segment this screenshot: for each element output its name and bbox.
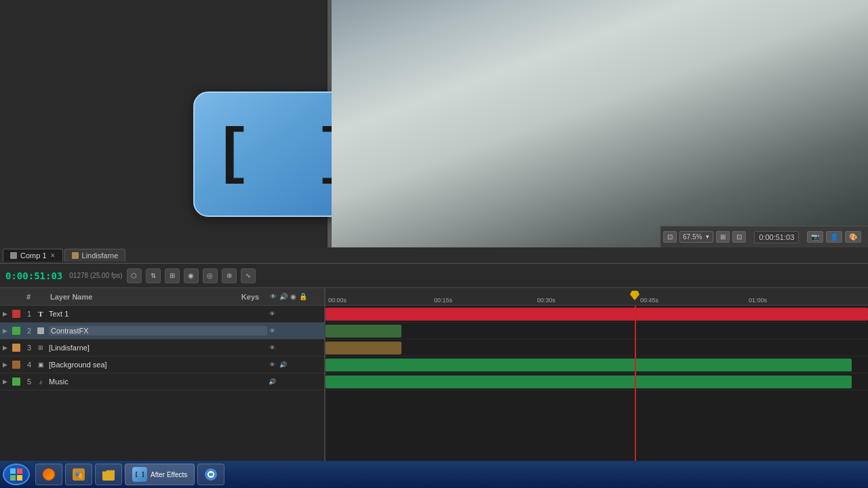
layer-1-type-icon: T [35,308,46,319]
tracker-tool[interactable]: ◎ [203,268,218,283]
timeline-toolbar: 0:00:51:03 01278 (25.00 fps) ⬡ ⇅ ⊞ ◉ ◎ ⊕… [0,264,868,288]
track-row[interactable] [326,357,868,373]
color-btn[interactable]: 🎨 [845,231,861,243]
layer-3-name: [Lindisfarne] [49,344,267,352]
layer-row[interactable]: ▶ 1 T Text 1 👁 [0,306,324,323]
layer-1-eye-icon[interactable]: 👁 [267,309,277,319]
layer-row[interactable]: ▶ 3 ⊞ [Lindisfarne] 👁 [0,340,324,357]
playhead-diamond-icon [630,291,639,300]
3d-box-tool[interactable]: ⬡ [127,268,142,283]
timeline-timecode[interactable]: 0:00:51:03 [5,270,62,281]
track-row[interactable] [326,306,868,323]
svg-rect-3 [17,475,22,481]
taskbar-aftereffects[interactable]: [ ] After Effects [125,464,195,485]
layer-1-expand-icon[interactable]: ▶ [3,310,12,317]
layer-4-expand-icon[interactable]: ▶ [3,361,12,368]
tab-bar: Comp 1 ✕ Lindisfarne [0,247,868,264]
layer-panel: # Layer Name Keys 👁 🔊 ◉ 🔒 ▶ 1 T Text 1 👁 [0,288,326,488]
layer-2-name: ContrastFX [49,326,267,336]
safe-frames-btn[interactable]: ⊞ [716,231,730,243]
time-marker-15: 00:15s [434,297,452,304]
timeline-area: Comp 1 ✕ Lindisfarne 0:00:51:03 01278 (2… [0,247,868,488]
layer-5-color [12,378,20,386]
track-4-bar [326,359,852,371]
ae-taskbar-icon: [ ] [132,467,147,482]
time-marker-30: 00:30s [537,297,555,304]
viewer-fit-btn[interactable]: ⊡ [663,231,677,243]
layer-5-type-icon: ♪ [35,376,46,387]
layer-4-type-icon: ▣ [35,359,46,370]
camera-tool[interactable]: ⊕ [222,268,237,283]
show-snapshot-btn[interactable]: 👤 [826,231,842,243]
tab-comp1[interactable]: Comp 1 ✕ [3,249,63,262]
layer-3-type-icon: ⊞ [35,342,46,353]
col-header-keys: Keys [233,293,267,301]
puppet-tool[interactable]: ⇅ [146,268,161,283]
paint-tool[interactable]: ◉ [184,268,199,283]
layer-2-switches: 👁 [267,326,321,336]
layer-2-type-icon [35,325,46,336]
taskbar: 🎭 [ ] After Effects [0,461,868,488]
col-header-eye: 👁 [270,293,277,300]
layer-3-color [12,344,20,352]
comp1-icon [10,252,17,259]
tab-comp1-close-icon[interactable]: ✕ [50,252,56,259]
snapshot-btn[interactable]: 📷 [807,231,823,243]
time-marker-60: 01:00s [749,297,767,304]
grid-btn[interactable]: ⊡ [732,231,746,243]
tab-comp1-label: Comp 1 [20,251,47,260]
layer-5-audio-icon[interactable]: 🔊 [267,377,277,386]
layer-1-color [12,310,20,318]
start-button[interactable] [3,464,30,485]
grid-tool[interactable]: ⊞ [165,268,180,283]
layer-5-name: Music [49,378,267,386]
track-row[interactable] [326,323,868,340]
layer-row[interactable]: ▶ 5 ♪ Music 🔊 [0,373,324,390]
layer-header: # Layer Name Keys 👁 🔊 ◉ 🔒 [0,288,324,306]
layer-5-num: 5 [23,378,35,386]
taskbar-folder[interactable] [95,464,122,485]
layer-row[interactable]: ▶ 4 ▣ [Background sea] 👁 🔊 [0,357,324,373]
layer-1-switches: 👁 [267,309,321,319]
layer-5-expand-icon[interactable]: ▶ [3,378,12,385]
lindisfarne-icon [72,252,79,259]
taskbar-tool-btn[interactable] [197,464,224,485]
track-3-bar [326,342,401,354]
top-area: [ ] ⊡ 67.5% ▼ ⊞ ⊡ 0:00:51:03 📷 👤 🎨 Full … [0,0,868,247]
layer-2-color [12,327,20,335]
layer-row[interactable]: ▶ 2 ContrastFX 👁 [0,323,324,340]
track-area: 00:00s 00:15s 00:30s 00:45s 01:00s [326,288,868,488]
motion-sketch[interactable]: ∿ [241,268,256,283]
taskbar-firefox[interactable] [35,464,62,485]
tab-lindisfarne[interactable]: Lindisfarne [64,249,126,262]
layer-2-expand-icon[interactable]: ▶ [3,327,12,334]
svg-rect-2 [10,475,16,481]
timeline-main: # Layer Name Keys 👁 🔊 ◉ 🔒 ▶ 1 T Text 1 👁 [0,288,868,488]
zoom-dropdown[interactable]: 67.5% ▼ [679,231,713,243]
layer-2-eye-icon[interactable]: 👁 [267,326,277,336]
time-ruler: 00:00s 00:15s 00:30s 00:45s 01:00s [326,288,868,306]
track-5-bar [326,375,852,388]
track-1-bar [326,308,868,321]
svg-rect-1 [17,468,22,474]
track-row[interactable] [326,340,868,357]
firefox-icon [43,468,55,481]
layer-3-expand-icon[interactable]: ▶ [3,344,12,351]
layer-1-name: Text 1 [49,310,267,318]
col-header-solo: ◉ [290,293,296,300]
zoom-value: 67.5% [683,233,702,241]
col-header-name: Layer Name [37,293,233,301]
track-2-bar [326,325,401,338]
time-marker-0: 00:00s [328,297,347,304]
col-header-audio: 🔊 [279,293,288,300]
layer-3-eye-icon[interactable]: 👁 [267,343,277,352]
taskbar-ae-label: After Effects [151,471,187,479]
timeline-fps: 01278 (25.00 fps) [69,272,122,279]
layer-4-eye-icon[interactable]: 👁 [267,360,277,369]
viewer-timecode[interactable]: 0:00:51:03 [754,231,799,243]
video-panel: ⊡ 67.5% ▼ ⊞ ⊡ 0:00:51:03 📷 👤 🎨 Full ▼ ⬜ … [332,0,868,247]
taskbar-btn-2[interactable]: 🎭 [65,464,92,485]
track-row[interactable] [326,373,868,390]
layer-4-audio-icon[interactable]: 🔊 [278,360,288,369]
layer-4-num: 4 [23,361,35,369]
